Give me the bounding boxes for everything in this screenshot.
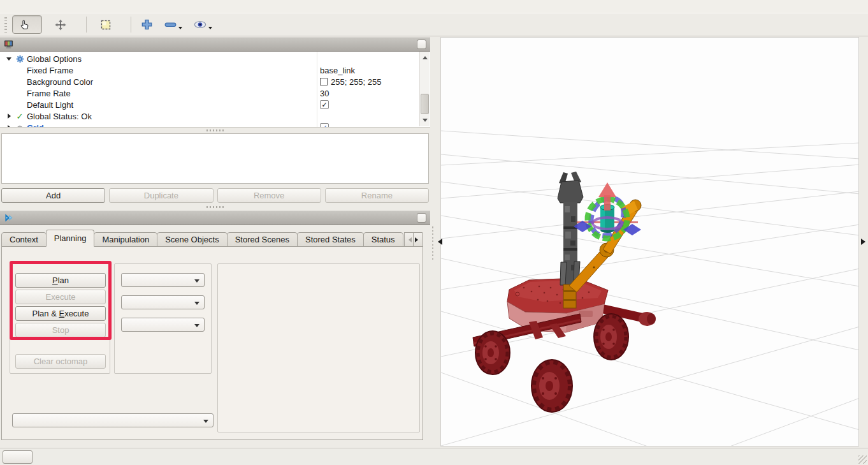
displays-panel-header[interactable] bbox=[0, 37, 430, 52]
menu-panels[interactable] bbox=[14, 5, 25, 8]
wheel-front-right bbox=[594, 314, 628, 360]
duplicate-button: Duplicate bbox=[109, 188, 213, 203]
tree-row-value[interactable]: base_link bbox=[320, 66, 355, 75]
menu-bar bbox=[0, 0, 868, 13]
minus-icon bbox=[164, 18, 177, 31]
displays-tree: Global OptionsFixed Framebase_linkBackgr… bbox=[0, 52, 430, 128]
tab-scroll-left bbox=[404, 232, 414, 247]
move-camera-tool-button[interactable] bbox=[47, 15, 78, 34]
tree-row-label: Grid bbox=[27, 123, 44, 128]
motionplanning-panel-button[interactable] bbox=[417, 213, 426, 223]
menu-file[interactable] bbox=[3, 5, 14, 8]
tree-row-value[interactable]: ✓ bbox=[320, 123, 329, 128]
eye-icon bbox=[194, 18, 206, 31]
resize-grip[interactable] bbox=[858, 455, 867, 464]
tree-row-label: Global Options bbox=[27, 54, 82, 64]
collapse-left-icon[interactable] bbox=[435, 239, 442, 245]
tab-scroll-right[interactable] bbox=[413, 232, 423, 247]
tree-row-label: Fixed Frame bbox=[27, 66, 73, 75]
expander-icon[interactable] bbox=[4, 55, 14, 63]
clear-octomap-button: Clear octomap bbox=[15, 354, 106, 369]
tree-row-value[interactable]: ✓ bbox=[320, 100, 329, 109]
zoom-out-button[interactable] bbox=[161, 17, 185, 33]
tree-row-value[interactable]: 255; 255; 255 bbox=[320, 77, 382, 87]
scroll-down-icon[interactable] bbox=[420, 117, 430, 126]
dropdown-caret-icon bbox=[208, 27, 212, 31]
motionplanning-panel-header[interactable] bbox=[0, 210, 430, 225]
panel-collapse-dots bbox=[432, 225, 433, 260]
tree-row-label: Background Color bbox=[27, 77, 93, 87]
path-constraints-combo[interactable] bbox=[12, 413, 213, 427]
interact-tool-button[interactable] bbox=[12, 15, 42, 34]
displays-icon bbox=[4, 40, 13, 49]
menu-help[interactable] bbox=[25, 5, 37, 8]
tree-row[interactable]: Background Color255; 255; 255 bbox=[0, 76, 430, 87]
displays-panel-button[interactable] bbox=[417, 40, 426, 49]
tab-context[interactable]: Context bbox=[1, 232, 47, 247]
tree-row-label: Default Light bbox=[27, 100, 73, 110]
tree-row[interactable]: Grid✓ bbox=[0, 122, 430, 128]
splitter-handle[interactable] bbox=[0, 204, 430, 209]
tree-row[interactable]: Frame Rate30 bbox=[0, 87, 430, 99]
toolbar bbox=[0, 13, 868, 36]
goal-state-combo[interactable] bbox=[121, 318, 205, 332]
dropdown-caret-icon bbox=[178, 27, 182, 31]
toolbar-drag-handle[interactable] bbox=[4, 17, 7, 33]
add-button[interactable]: Add bbox=[1, 188, 105, 203]
expander-icon[interactable] bbox=[4, 114, 14, 119]
stop-button: Stop bbox=[15, 323, 106, 337]
gear-icon bbox=[14, 55, 25, 63]
tab-manipulation[interactable]: Manipulation bbox=[94, 232, 157, 247]
displays-buttons: AddDuplicateRemoveRename bbox=[1, 188, 429, 203]
execute-button: Execute bbox=[15, 290, 106, 304]
tab-scroll-buttons bbox=[405, 232, 423, 247]
rename-button: Rename bbox=[325, 188, 429, 203]
tree-row[interactable]: Fixed Framebase_link bbox=[0, 64, 430, 76]
toolbar-separator bbox=[131, 17, 131, 33]
plan-execute-button[interactable]: Plan & Execute bbox=[15, 306, 106, 321]
splitter-handle[interactable] bbox=[0, 128, 430, 133]
tree-row[interactable]: ✓Global Status: Ok bbox=[0, 110, 430, 122]
tree-row[interactable]: Global Options bbox=[0, 53, 430, 64]
grid-floor bbox=[441, 131, 858, 446]
tree-row[interactable]: Default Light✓ bbox=[0, 99, 430, 110]
move-arrows-icon bbox=[55, 19, 66, 31]
remove-button: Remove bbox=[217, 188, 321, 203]
status-bar bbox=[0, 448, 868, 465]
displays-scrollbar[interactable] bbox=[419, 52, 430, 126]
tab-planning[interactable]: Planning bbox=[46, 230, 95, 247]
select-tool-button[interactable] bbox=[93, 15, 123, 34]
tree-row-label: Global Status: Ok bbox=[27, 112, 92, 121]
tab-status[interactable]: Status bbox=[363, 232, 403, 247]
wheel-front-left bbox=[475, 331, 510, 374]
planning-group-combo[interactable] bbox=[121, 273, 205, 287]
visibility-button[interactable] bbox=[191, 17, 215, 33]
rviz-window: Global OptionsFixed Framebase_linkBackgr… bbox=[0, 0, 868, 465]
status-ok-icon: ✓ bbox=[14, 112, 25, 121]
moveit-icon bbox=[4, 213, 13, 223]
row-checkbox[interactable]: ✓ bbox=[320, 100, 329, 109]
scroll-up-icon[interactable] bbox=[420, 52, 430, 61]
options-group bbox=[217, 263, 420, 432]
color-swatch[interactable] bbox=[320, 78, 328, 85]
plus-icon bbox=[141, 18, 153, 31]
query-group bbox=[114, 263, 212, 374]
tab-scene-objects[interactable]: Scene Objects bbox=[157, 232, 228, 247]
tab-stored-scenes[interactable]: Stored Scenes bbox=[227, 232, 298, 247]
zoom-in-button[interactable] bbox=[138, 17, 156, 32]
tree-row-value[interactable]: 30 bbox=[320, 89, 329, 98]
collapse-right-icon[interactable] bbox=[861, 239, 868, 245]
render-view[interactable] bbox=[440, 37, 859, 447]
plan-button[interactable]: Plan bbox=[15, 273, 106, 288]
toolbar-separator bbox=[86, 17, 87, 33]
hand-pointer-icon bbox=[20, 19, 30, 30]
start-state-combo[interactable] bbox=[121, 295, 205, 309]
description-area bbox=[1, 133, 429, 184]
tab-stored-states[interactable]: Stored States bbox=[297, 232, 364, 247]
motionplanning-tabs: ContextPlanningManipulationScene Objects… bbox=[1, 230, 423, 247]
row-checkbox[interactable]: ✓ bbox=[320, 123, 329, 128]
tree-row-label: Frame Rate bbox=[27, 89, 71, 98]
commands-group: PlanExecutePlan & ExecuteStopClear octom… bbox=[10, 263, 110, 374]
reset-button[interactable] bbox=[3, 450, 33, 464]
scrollbar-thumb[interactable] bbox=[421, 94, 429, 114]
